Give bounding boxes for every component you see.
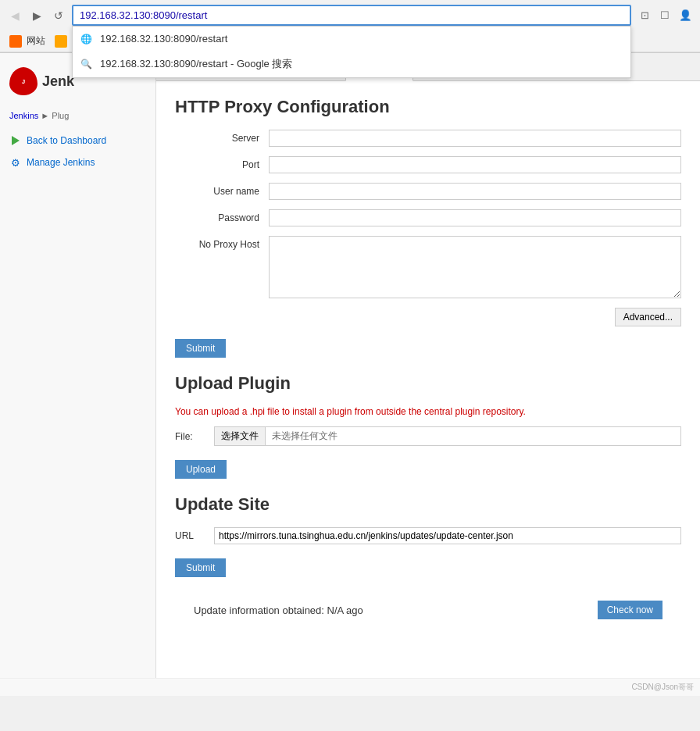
- sidebar-item-back-to-dashboard[interactable]: Back to Dashboard: [0, 130, 155, 152]
- form-row-username: User name: [175, 183, 681, 200]
- page-wrapper: J Jenk Jenkins ► Plug Back to Dashboard …: [0, 53, 700, 678]
- sidebar-nav: Back to Dashboard ⚙ Manage Jenkins: [0, 130, 155, 173]
- watermark: CSDN@Json哥哥: [0, 678, 700, 696]
- update-site-title: Update Site: [175, 494, 681, 515]
- autocomplete-text-0: 192.168.32.130:8090/restart: [100, 33, 227, 45]
- manage-jenkins-label: Manage Jenkins: [27, 157, 95, 168]
- bookmark-icon: [9, 35, 22, 48]
- bottom-bar: Update information obtained: N/A ago Che…: [175, 593, 681, 627]
- autocomplete-item-1[interactable]: 🔍 192.168.32.130:8090/restart - Google 搜…: [73, 51, 630, 77]
- no-proxy-textarea[interactable]: [269, 236, 681, 298]
- url-input[interactable]: [214, 527, 681, 544]
- update-site-section: Update Site URL Submit: [175, 494, 681, 577]
- breadcrumb-plugin: Plug: [52, 111, 69, 120]
- address-bar-container: 🌐 192.168.32.130:8090/restart 🔍 192.168.…: [72, 5, 631, 26]
- submit-btn-row: Submit: [175, 333, 681, 358]
- globe-icon: 🌐: [80, 34, 92, 45]
- browser-extensions: ⊡ ☐ 👤: [636, 7, 694, 24]
- password-label: Password: [175, 209, 269, 223]
- search-icon: 🔍: [80, 59, 92, 70]
- password-input[interactable]: [269, 209, 681, 226]
- browser-toolbar: ◀ ▶ ↺ 🌐 192.168.32.130:8090/restart 🔍 19…: [0, 0, 700, 30]
- server-input[interactable]: [269, 130, 681, 147]
- main-content: Updates Available Installed Advanced HTT…: [156, 53, 700, 678]
- username-label: User name: [175, 183, 269, 197]
- upload-plugin-title: Upload Plugin: [175, 373, 681, 394]
- bookmark-icon-2[interactable]: [55, 35, 67, 48]
- check-now-button[interactable]: Check now: [598, 601, 662, 619]
- no-proxy-label: No Proxy Host: [175, 236, 269, 250]
- autocomplete-text-1: 192.168.32.130:8090/restart - Google 搜索: [100, 57, 292, 71]
- address-bar[interactable]: [72, 5, 631, 26]
- back-to-dashboard-label: Back to Dashboard: [27, 135, 106, 146]
- upload-plugin-section: Upload Plugin You can upload a .hpi file…: [175, 373, 681, 479]
- bookmark-label: 网站: [27, 35, 45, 46]
- autocomplete-dropdown: 🌐 192.168.32.130:8090/restart 🔍 192.168.…: [72, 26, 631, 78]
- server-label: Server: [175, 130, 269, 144]
- http-proxy-section: HTTP Proxy Configuration Server Port Use…: [175, 97, 681, 358]
- port-label: Port: [175, 156, 269, 170]
- upload-button[interactable]: Upload: [175, 460, 227, 479]
- port-input[interactable]: [269, 156, 681, 173]
- advanced-button[interactable]: Advanced...: [615, 308, 681, 326]
- http-proxy-submit-button[interactable]: Submit: [175, 339, 226, 358]
- advanced-btn-row: Advanced...: [175, 308, 681, 333]
- back-button[interactable]: ◀: [6, 7, 23, 24]
- choose-file-button[interactable]: 选择文件: [215, 427, 266, 445]
- form-row-password: Password: [175, 209, 681, 226]
- form-row-no-proxy: No Proxy Host: [175, 236, 681, 298]
- bookmark-website[interactable]: 网站: [6, 33, 48, 49]
- sidebar: J Jenk Jenkins ► Plug Back to Dashboard …: [0, 53, 156, 678]
- file-name-display: 未选择任何文件: [266, 427, 680, 445]
- file-row: File: 选择文件 未选择任何文件: [175, 426, 681, 446]
- breadcrumb: Jenkins ► Plug: [0, 108, 155, 123]
- upload-description: You can upload a .hpi file to install a …: [175, 406, 681, 417]
- reload-button[interactable]: ↺: [50, 7, 67, 24]
- form-row-port: Port: [175, 156, 681, 173]
- username-input[interactable]: [269, 183, 681, 200]
- back-arrow-icon: [9, 134, 22, 147]
- form-row-server: Server: [175, 130, 681, 147]
- url-label: URL: [175, 530, 214, 541]
- file-label: File:: [175, 431, 214, 442]
- content-area: HTTP Proxy Configuration Server Port Use…: [156, 81, 700, 643]
- autocomplete-item-0[interactable]: 🌐 192.168.32.130:8090/restart: [73, 27, 630, 51]
- person-icon[interactable]: 👤: [677, 7, 694, 24]
- url-row: URL: [175, 527, 681, 544]
- file-input-area: 选择文件 未选择任何文件: [214, 426, 681, 446]
- http-proxy-title: HTTP Proxy Configuration: [175, 97, 681, 117]
- window-icon[interactable]: ☐: [656, 7, 673, 24]
- breadcrumb-jenkins[interactable]: Jenkins: [9, 111, 38, 120]
- gear-icon: ⚙: [9, 156, 22, 169]
- browser-chrome: ◀ ▶ ↺ 🌐 192.168.32.130:8090/restart 🔍 19…: [0, 0, 700, 53]
- breadcrumb-separator: ►: [41, 111, 52, 120]
- forward-button[interactable]: ▶: [28, 7, 45, 24]
- sidebar-item-manage-jenkins[interactable]: ⚙ Manage Jenkins: [0, 152, 155, 173]
- jenkins-logo-image: J: [9, 67, 38, 95]
- puzzle-icon[interactable]: ⊡: [636, 7, 653, 24]
- update-site-submit-button[interactable]: Submit: [175, 558, 226, 577]
- update-info: Update information obtained: N/A ago: [194, 604, 363, 616]
- jenkins-title: Jenk: [42, 73, 74, 90]
